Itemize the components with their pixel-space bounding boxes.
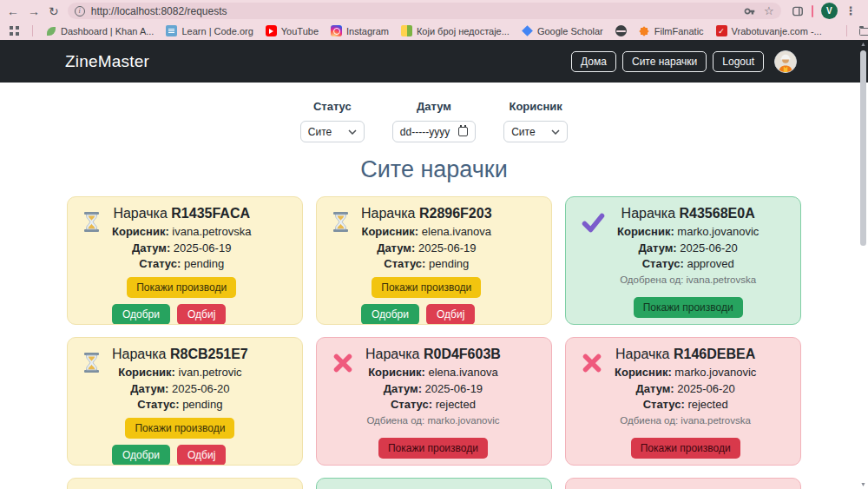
- site-info-icon[interactable]: i: [75, 6, 85, 17]
- url-text[interactable]: http://localhost:8082/requests: [91, 5, 738, 17]
- browser-profile-avatar[interactable]: V: [821, 3, 838, 19]
- bookmark-label: Google Scholar: [537, 26, 603, 36]
- folder-icon: [859, 28, 868, 36]
- user-filter-select[interactable]: Сите: [503, 121, 568, 142]
- orders-grid: Нарачка R1435FACA Корисник: ivana.petrov…: [67, 196, 801, 489]
- bookmark-codeorg[interactable]: Learn | Code.org: [166, 25, 253, 36]
- bookmark-vrabotuvanje[interactable]: ✓Vrabotuvanje.com -...: [716, 25, 822, 36]
- order-actions: Одобри Одбиј: [112, 445, 226, 466]
- show-products-button[interactable]: Покажи производи: [634, 297, 743, 318]
- hourglass-icon: [83, 212, 100, 315]
- order-card: Нарачка R146DEBEA Корисник: marko.jovano…: [565, 337, 801, 466]
- status-filter-label: Статус: [313, 100, 352, 113]
- order-date-line: Датум: 2025-06-19: [384, 383, 483, 395]
- scroll-down-icon[interactable]: ▼: [860, 480, 866, 489]
- bookmark-star-icon[interactable]: ☆: [764, 4, 774, 17]
- page-scrollbar[interactable]: ▲ ▼: [858, 40, 868, 489]
- bookmark-label: YouTube: [281, 26, 319, 36]
- order-title: Нарачка R0D4F603B: [365, 346, 501, 362]
- cross-icon: [582, 353, 602, 456]
- user-filter-label: Корисник: [509, 100, 562, 113]
- scroll-up-icon[interactable]: ▲: [860, 40, 866, 49]
- calendar-icon[interactable]: [458, 127, 468, 136]
- extensions-icon[interactable]: [792, 5, 804, 17]
- order-decided-by: Одобрена од: ivana.petrovska: [620, 274, 756, 286]
- filmfanatic-icon: [639, 25, 650, 36]
- approve-button[interactable]: Одобри: [112, 445, 170, 466]
- order-status-line: Статус: rejected: [643, 399, 728, 411]
- show-products-button[interactable]: Покажи производи: [378, 438, 488, 459]
- order-user-line: Корисник: marko.jovanovic: [617, 226, 759, 238]
- order-title: Нарачка R1435FACA: [113, 205, 250, 221]
- show-products-button[interactable]: Покажи производи: [125, 418, 234, 439]
- approve-button[interactable]: Одобри: [361, 304, 419, 325]
- order-card: Нарачка R1435FACA Корисник: ivana.petrov…: [67, 196, 303, 325]
- show-products-button[interactable]: Покажи производи: [127, 277, 236, 298]
- globe-icon: [615, 25, 627, 36]
- show-products-button[interactable]: Покажи производи: [631, 438, 740, 459]
- brand-title[interactable]: ZineMaster: [65, 52, 149, 71]
- toolbar-separator: [812, 5, 813, 17]
- order-user-line: Корисник: marko.jovanovic: [615, 367, 756, 379]
- user-avatar[interactable]: [774, 50, 797, 73]
- order-card: Нарачка R43568E0A Корисник: marko.jovano…: [565, 196, 801, 325]
- status-filter-value: Сите: [308, 126, 332, 138]
- reject-button[interactable]: Одбиј: [177, 445, 226, 466]
- bookmark-globe[interactable]: [615, 25, 627, 36]
- order-title: Нарачка R43568E0A: [621, 205, 755, 221]
- order-card: Нарачка R4B9EB9E2 Корисник: Датум: Стату…: [316, 478, 552, 489]
- order-status-line: Статус: pending: [139, 258, 224, 270]
- address-bar[interactable]: i http://localhost:8082/requests ☆: [68, 3, 781, 19]
- order-date-line: Датум: 2025-06-20: [638, 242, 737, 254]
- all-bookmarks-button[interactable]: All Bookmarks: [859, 26, 868, 36]
- forward-icon[interactable]: →: [28, 5, 40, 17]
- cross-icon: [332, 353, 353, 456]
- date-filter-value: dd-----yyyy: [400, 126, 450, 138]
- instagram-icon: [331, 25, 342, 36]
- bookmark-label: Dashboard | Khan A...: [61, 26, 154, 36]
- bookmark-label: Learn | Code.org: [181, 26, 253, 36]
- order-date-line: Датум: 2025-06-20: [130, 383, 229, 395]
- order-actions: Одобри Одбиј: [361, 304, 475, 325]
- browser-toolbar: ← → ↻ i http://localhost:8082/requests ☆…: [0, 0, 868, 22]
- reload-icon[interactable]: ↻: [49, 5, 59, 17]
- order-user-line: Корисник: ivan.petrovic: [118, 367, 241, 379]
- bookmark-label: Instagram: [346, 26, 389, 36]
- order-card: Нарачка R0E434491 Корисник: Датум: Стату…: [565, 478, 801, 489]
- bookmark-google-scholar[interactable]: Google Scholar: [522, 25, 603, 36]
- chevron-down-icon: [551, 129, 560, 135]
- order-actions: Одобри Одбиј: [112, 304, 226, 325]
- apps-grid-icon[interactable]: [9, 25, 20, 36]
- order-user-line: Корисник: elena.ivanova: [368, 367, 498, 379]
- date-filter-input[interactable]: dd-----yyyy: [392, 121, 476, 142]
- reject-button[interactable]: Одбиј: [177, 304, 226, 325]
- order-status-line: Статус: pending: [137, 399, 222, 411]
- reject-button[interactable]: Одбиј: [426, 304, 475, 325]
- status-filter-select[interactable]: Сите: [300, 121, 365, 142]
- approve-button[interactable]: Одобри: [112, 304, 170, 325]
- bookmarks-separator: [846, 25, 847, 36]
- bookmark-label: FilmFanatic: [654, 26, 704, 36]
- bookmark-instagram[interactable]: Instagram: [331, 25, 389, 36]
- bookmarks-separator: [32, 25, 33, 36]
- browser-menu-icon[interactable]: ⋮: [845, 4, 857, 17]
- scrollbar-thumb[interactable]: [860, 50, 866, 246]
- navbar-button-logout[interactable]: Logout: [713, 51, 764, 72]
- date-filter-label: Датум: [417, 100, 451, 113]
- back-icon[interactable]: ←: [7, 5, 19, 17]
- bookmark-filmfanatic[interactable]: FilmFanatic: [639, 25, 704, 36]
- order-date-line: Датум: 2025-06-20: [635, 383, 734, 395]
- show-products-button[interactable]: Покажи производи: [372, 277, 481, 298]
- quiz-icon: [401, 25, 412, 36]
- youtube-icon: [266, 25, 277, 36]
- bookmark-khan-academy[interactable]: Dashboard | Khan A...: [45, 25, 154, 36]
- bookmark-youtube[interactable]: YouTube: [266, 25, 319, 36]
- order-date-line: Датум: 2025-06-19: [132, 242, 231, 254]
- bookmark-quiz[interactable]: Који број недостаје...: [401, 25, 510, 36]
- password-key-icon[interactable]: [744, 5, 756, 17]
- order-card: Нарачка R0D4F603B Корисник: elena.ivanov…: [316, 337, 552, 466]
- navbar-button-сите-нарачки[interactable]: Сите нарачки: [622, 51, 707, 72]
- navbar-button-дома[interactable]: Дома: [571, 51, 616, 72]
- bookmarks-bar: Dashboard | Khan A...Learn | Code.orgYou…: [0, 22, 868, 40]
- order-decided-by: Одбиена од: ivana.petrovska: [620, 415, 751, 426]
